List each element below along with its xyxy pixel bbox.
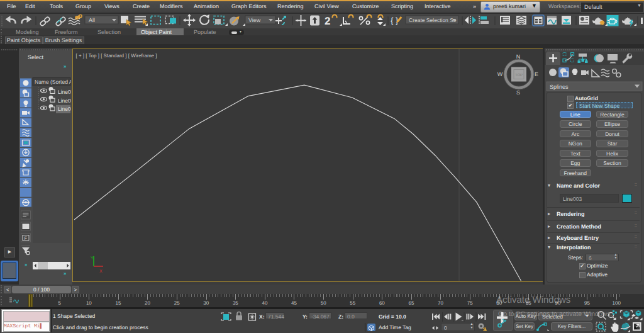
svg-text:F: F <box>25 235 28 241</box>
svg-text:Create Selection Se: Create Selection Se <box>409 17 457 23</box>
svg-text:View: View <box>248 17 261 23</box>
svg-text:X: X <box>99 269 103 274</box>
svg-text:S: S <box>516 89 519 96</box>
svg-text:Splines: Splines <box>550 84 569 90</box>
svg-text:TOP: TOP <box>514 73 522 77</box>
svg-text:2: 2 <box>325 15 330 27</box>
svg-text:All: All <box>89 17 95 23</box>
svg-text:Y: Y <box>91 256 94 261</box>
svg-text:N: N <box>516 54 520 60</box>
svg-text:Line0: Line0 <box>58 106 71 112</box>
svg-text:Name (Sorted A: Name (Sorted A <box>35 79 71 85</box>
svg-text:Line0: Line0 <box>58 89 71 95</box>
svg-text:E: E <box>534 71 538 77</box>
svg-text:W: W <box>497 71 502 77</box>
svg-text:Line0: Line0 <box>58 98 71 104</box>
